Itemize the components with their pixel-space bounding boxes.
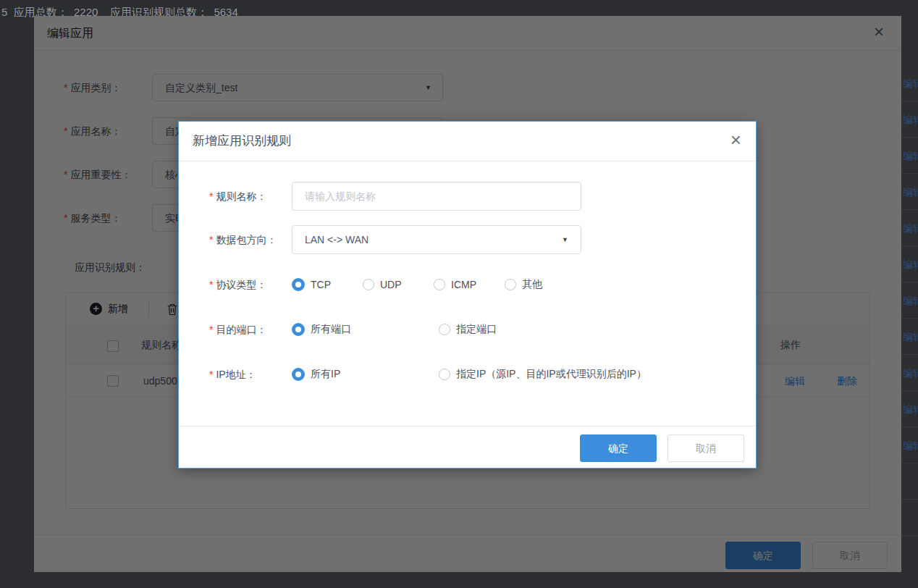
edit-link[interactable]: 编辑 bbox=[901, 186, 918, 198]
edit-link[interactable]: 编辑 bbox=[901, 259, 918, 270]
required-mark: * bbox=[209, 279, 213, 290]
radio-label: 所有端口 bbox=[311, 323, 351, 336]
radio-icon bbox=[439, 324, 450, 335]
edit-link[interactable]: 编辑 bbox=[901, 331, 918, 343]
radio-label: TCP bbox=[311, 279, 331, 290]
radio-specified-port[interactable]: 指定端口 bbox=[439, 322, 497, 337]
edit-link[interactable]: 编辑 bbox=[901, 77, 918, 89]
rule-name-input[interactable] bbox=[292, 182, 581, 211]
cancel-button[interactable]: 取消 bbox=[668, 434, 744, 462]
modal-footer: 确定 取消 bbox=[179, 426, 756, 469]
radio-protocol-icmp[interactable]: ICMP bbox=[434, 277, 476, 292]
edit-link[interactable]: 编辑 bbox=[901, 403, 918, 415]
ok-button[interactable]: 确定 bbox=[580, 434, 657, 462]
radio-icon bbox=[363, 279, 374, 290]
required-mark: * bbox=[209, 190, 213, 202]
radio-all-ports[interactable]: 所有端口 bbox=[292, 322, 351, 337]
edit-link[interactable]: 编辑 bbox=[901, 367, 918, 379]
required-mark: * bbox=[209, 234, 213, 245]
radio-selected-icon bbox=[292, 278, 305, 291]
modal-title: 新增应用识别规则 bbox=[193, 133, 291, 149]
field-label-protocol: *协议类型： bbox=[209, 277, 266, 292]
close-icon[interactable]: × bbox=[730, 129, 741, 151]
required-mark: * bbox=[209, 369, 213, 380]
table-row: 编辑 bbox=[901, 282, 918, 319]
table-row bbox=[901, 500, 918, 536]
table-row: 编辑 bbox=[901, 210, 918, 246]
table-row: 编辑 bbox=[901, 391, 918, 427]
radio-label: 所有IP bbox=[311, 368, 340, 381]
table-row: 编辑 bbox=[901, 65, 918, 101]
edit-link[interactable]: 编辑 bbox=[901, 222, 918, 234]
background-table-edit-column: 编辑 编辑 编辑 编辑 编辑 编辑 编辑 编辑 编辑 编辑 编辑 bbox=[901, 65, 918, 536]
table-row: 编辑 bbox=[901, 174, 918, 210]
radio-all-ip[interactable]: 所有IP bbox=[292, 367, 340, 382]
chevron-down-icon: ▼ bbox=[562, 226, 568, 253]
radio-protocol-other[interactable]: 其他 bbox=[505, 277, 542, 292]
table-row: 编辑 bbox=[901, 355, 918, 391]
table-row: 编辑 bbox=[901, 319, 918, 355]
edit-link[interactable]: 编辑 bbox=[901, 150, 918, 161]
stats-prefix: 5 bbox=[1, 6, 7, 18]
table-row bbox=[901, 463, 918, 500]
table-row: 编辑 bbox=[901, 246, 918, 282]
field-label-direction: *数据包方向： bbox=[209, 225, 277, 254]
direction-value: LAN <-> WAN bbox=[305, 234, 369, 245]
table-row: 编辑 bbox=[901, 101, 918, 138]
table-row: 编辑 bbox=[901, 427, 918, 463]
table-row: 编辑 bbox=[901, 138, 918, 174]
field-label-rule-name: *规则名称： bbox=[209, 182, 266, 211]
radio-icon bbox=[505, 279, 516, 290]
add-rule-modal: 新增应用识别规则 × *规则名称： *数据包方向： LAN <-> WAN▼ *… bbox=[178, 121, 757, 469]
radio-protocol-tcp[interactable]: TCP bbox=[292, 277, 331, 292]
radio-protocol-udp[interactable]: UDP bbox=[363, 277, 402, 292]
radio-label: 其他 bbox=[522, 278, 542, 291]
required-mark: * bbox=[209, 324, 213, 335]
radio-specified-ip[interactable]: 指定IP（源IP、目的IP或代理识别后的IP） bbox=[439, 367, 647, 382]
radio-label: 指定端口 bbox=[456, 323, 497, 336]
radio-label: UDP bbox=[380, 279, 402, 290]
radio-label: ICMP bbox=[451, 279, 476, 290]
field-label-dest-port: *目的端口： bbox=[209, 322, 266, 337]
radio-selected-icon bbox=[292, 368, 305, 381]
edit-link[interactable]: 编辑 bbox=[901, 440, 918, 451]
radio-icon bbox=[434, 279, 445, 290]
radio-selected-icon bbox=[292, 323, 305, 336]
modal-header: 新增应用识别规则 × bbox=[179, 122, 756, 161]
direction-select[interactable]: LAN <-> WAN▼ bbox=[292, 225, 581, 254]
radio-icon bbox=[439, 369, 450, 380]
radio-label: 指定IP（源IP、目的IP或代理识别后的IP） bbox=[456, 368, 647, 381]
field-label-ip-address: *IP地址： bbox=[209, 367, 256, 382]
edit-link[interactable]: 编辑 bbox=[901, 295, 918, 306]
edit-link[interactable]: 编辑 bbox=[901, 114, 918, 125]
